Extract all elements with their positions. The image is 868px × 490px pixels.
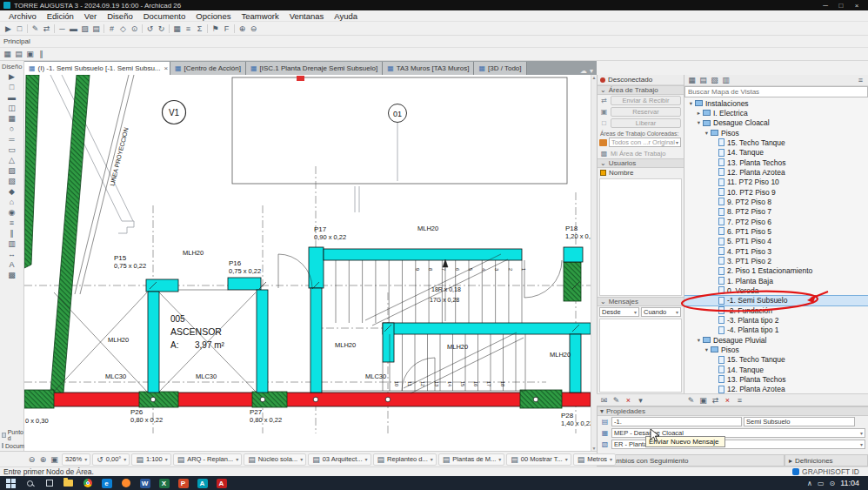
arrow-tool-icon[interactable]: ▶	[6, 71, 17, 82]
delete-icon[interactable]: ×	[722, 395, 733, 406]
pen-weight-icon[interactable]: ▬	[68, 23, 79, 34]
view-map-item[interactable]: 13. Planta Techos	[684, 158, 868, 167]
navigator-menu-icon[interactable]: ≡	[855, 75, 866, 85]
acrobat-button[interactable]: A	[214, 477, 229, 489]
view-map-item[interactable]: 15. Techo Tanque	[684, 355, 868, 365]
text-tool-icon[interactable]: A	[6, 259, 17, 270]
send-receive-button[interactable]: Enviar & Recibir	[611, 96, 681, 105]
worksheet-icon[interactable]: ▤	[13, 49, 24, 59]
list-icon[interactable]: ≡	[183, 23, 194, 34]
reserve-button[interactable]: Reservar	[611, 107, 681, 117]
tree-arrow-icon[interactable]: ▸	[695, 110, 703, 117]
expand-icon[interactable]: ▾	[635, 395, 646, 406]
wall-tool-icon[interactable]: ▬	[6, 92, 17, 103]
document-tab[interactable]: ▦TA3 Muros [TA3 Muros]	[383, 62, 474, 75]
view-map-item[interactable]: 8. PT2 Piso 7	[684, 207, 868, 217]
tree-arrow-icon[interactable]: ▾	[695, 337, 703, 344]
clone-folder-icon[interactable]: ⇄	[710, 395, 721, 406]
view-map-item[interactable]: 12. Planta Azotea	[684, 385, 868, 393]
display-option-combo[interactable]: ▤00 Mostrar T...▾	[506, 453, 571, 466]
view-map-item[interactable]: ▾Pisos	[684, 128, 868, 138]
select-arrow-icon[interactable]: ▶	[3, 23, 14, 34]
marquee-tool-icon[interactable]: □	[6, 82, 17, 92]
graphic-override-combo[interactable]: ▤Replanteo d...▾	[373, 453, 437, 466]
users-section-header[interactable]: ⌄Usuarios	[598, 158, 684, 168]
word-button[interactable]: W	[137, 477, 152, 489]
line-style-icon[interactable]: ─	[57, 23, 68, 34]
dimension-tool-icon[interactable]: ↔	[6, 249, 17, 259]
menu-item-opciones[interactable]: Opciones	[190, 11, 236, 21]
users-column-header[interactable]: Nombre	[598, 168, 684, 178]
graphisoft-id[interactable]: GRAPHISOFT ID	[792, 467, 865, 476]
view-map-item[interactable]: 3. PT1 Piso 2	[684, 256, 868, 265]
door-tool-icon[interactable]: ◫	[6, 103, 17, 113]
marquee-icon[interactable]: □	[14, 23, 25, 34]
hotspot-icon[interactable]: ◇	[117, 23, 129, 34]
view-map-item[interactable]: 15. Techo Tanque	[684, 138, 868, 147]
pencil-icon[interactable]: ✎	[30, 23, 41, 34]
document-tab[interactable]: ▦[Centro de Acción]	[170, 62, 246, 75]
edge-button[interactable]: e	[99, 477, 114, 489]
view-map-item[interactable]: 1. Planta Baja	[684, 276, 868, 285]
delete-message-icon[interactable]: ×	[623, 395, 634, 406]
messages-when-select[interactable]: Cuando▾	[641, 307, 681, 317]
view-map-item[interactable]: 4. PT1 Piso 3	[684, 246, 868, 256]
view-map-item[interactable]: 5. PT1 Piso 4	[684, 237, 868, 246]
lamp-tool-icon[interactable]: ◉	[6, 207, 17, 218]
documento-palette-tab[interactable]: Docume	[0, 440, 23, 451]
close-button[interactable]: ×	[849, 0, 865, 10]
release-button[interactable]: Liberar	[611, 118, 681, 128]
red-beam[interactable]	[48, 393, 591, 406]
fill-tool-icon[interactable]: ▩	[6, 270, 17, 280]
view-map-item[interactable]: -4. Planta tipo 1	[684, 326, 868, 335]
users-list[interactable]	[599, 178, 682, 296]
document-tab[interactable]: ▦[ISC.1 Planta Drenaje Semi Subsuelo]	[246, 62, 383, 75]
pen-set-combo[interactable]: ▤Núcleo sola...▾	[244, 453, 306, 466]
punto-palette-tab[interactable]: Punto d	[0, 430, 23, 440]
new-folder-icon[interactable]: ▣	[698, 395, 709, 406]
orientation-combo[interactable]: ↺0,00°▾	[92, 453, 130, 466]
document-tab[interactable]: ▦(I) -1. Semi Subsuelo [-1. Semi Subsu..…	[24, 62, 170, 75]
tray-icon[interactable]: ▭	[818, 480, 825, 487]
railing-tool-icon[interactable]: ∥	[6, 228, 17, 238]
view-map-item[interactable]: ▾Pisos	[684, 345, 868, 354]
project-map-icon[interactable]: ▦	[686, 75, 698, 85]
favorites-icon[interactable]: F	[221, 23, 232, 34]
scale-combo[interactable]: ▤1:100▾	[131, 453, 170, 466]
curtainwall-tool-icon[interactable]: ▥	[6, 238, 17, 249]
morph-tool-icon[interactable]: ◆	[6, 186, 17, 197]
redo-icon[interactable]: ↻	[156, 23, 167, 34]
close-tab-icon[interactable]: ×	[164, 64, 169, 72]
fit-view-icon[interactable]: ▣	[49, 454, 60, 465]
new-message-icon[interactable]: ✉	[598, 395, 610, 406]
menu-item-ver[interactable]: Ver	[79, 11, 102, 21]
minimize-button[interactable]: ─	[818, 0, 833, 10]
fill-pattern-icon[interactable]: ▨	[79, 23, 90, 34]
grid-icon[interactable]: #	[106, 23, 117, 34]
units-combo[interactable]: ▤Metros▾	[573, 453, 616, 466]
view-map-item[interactable]: 13. Planta Techos	[684, 374, 868, 384]
view-map-item[interactable]: ▸I. Electrica	[684, 108, 868, 117]
view-map-item[interactable]: 6. PT1 Piso 5	[684, 226, 868, 236]
snap-icon[interactable]: ⊙	[129, 23, 140, 34]
firefox-button[interactable]	[118, 477, 133, 489]
window-tool-icon[interactable]: ▦	[6, 113, 17, 124]
view-grid-icon[interactable]: ▦	[171, 23, 183, 34]
publisher-icon[interactable]: ▥	[720, 75, 731, 85]
tree-arrow-icon[interactable]: ▾	[687, 100, 695, 107]
view-map-item[interactable]: 10. PT2 Piso 9	[684, 187, 868, 197]
messages-from-select[interactable]: Desde▾	[599, 307, 639, 317]
undo-icon[interactable]: ↺	[144, 23, 156, 34]
zoom-level-combo[interactable]: 326%▾	[62, 453, 90, 466]
menu-item-ventanas[interactable]: Ventanas	[284, 11, 330, 21]
settings-icon[interactable]: ≡	[734, 395, 745, 406]
stair-tool-icon[interactable]: ≡	[6, 218, 17, 228]
definitions-header[interactable]: ▸Definiciones	[785, 454, 868, 467]
taskbar-clock[interactable]: 11:04	[840, 479, 865, 487]
layer-combination-combo[interactable]: ▤ARQ - Replan...▾	[173, 453, 242, 466]
tray-icon[interactable]: ⊙	[829, 480, 835, 487]
canvas-scrollbar[interactable]: ▲▼	[591, 75, 597, 451]
view-map-item[interactable]: 14. Tanque	[684, 365, 868, 374]
maximize-button[interactable]: □	[833, 0, 849, 10]
layout-map-icon[interactable]: ▧	[709, 75, 720, 85]
